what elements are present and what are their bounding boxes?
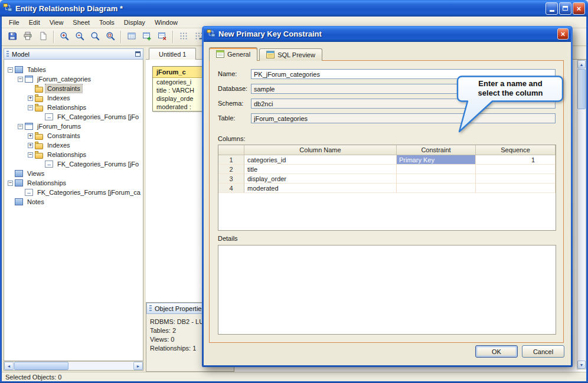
- constraint-cell[interactable]: [397, 174, 476, 184]
- schema-input[interactable]: [251, 99, 556, 109]
- constraint-cell-selected[interactable]: Primary Key: [397, 155, 476, 165]
- scroll-right-icon[interactable]: ►: [133, 362, 143, 370]
- details-label: Details: [218, 235, 238, 242]
- sequence-cell[interactable]: 1: [476, 155, 556, 165]
- folder-icon: [35, 153, 43, 159]
- grid-header-sequence[interactable]: Sequence: [476, 145, 556, 155]
- sequence-cell[interactable]: [476, 174, 556, 184]
- menu-display[interactable]: Display: [119, 17, 150, 28]
- collapse-icon[interactable]: [8, 67, 13, 73]
- tree-item-relationships[interactable]: Relationships: [4, 103, 143, 112]
- tree-item-relationships[interactable]: Relationships: [4, 150, 143, 159]
- scroll-down-icon[interactable]: ▼: [577, 361, 586, 369]
- table-delete-button[interactable]: [155, 30, 169, 44]
- scroll-thumb[interactable]: [577, 69, 586, 109]
- table-icon: [127, 31, 136, 42]
- grid-header-constraint[interactable]: Constraint: [397, 145, 476, 155]
- menu-window[interactable]: Window: [150, 17, 182, 28]
- minimize-button[interactable]: [545, 2, 558, 15]
- tree-item-jforum-forums[interactable]: jForum_forums: [4, 122, 143, 131]
- sequence-cell[interactable]: [476, 184, 556, 193]
- grid-dots-button[interactable]: [176, 30, 191, 44]
- tree-item-tables[interactable]: Tables: [4, 65, 143, 74]
- name-label: Name:: [218, 70, 237, 77]
- column-name-cell[interactable]: display_order: [244, 174, 397, 184]
- database-label: Database:: [218, 85, 247, 92]
- table-button[interactable]: [124, 30, 139, 44]
- tree-item-notes[interactable]: Notes: [4, 197, 143, 207]
- column-name-cell[interactable]: moderated: [244, 184, 397, 193]
- ok-button[interactable]: OK: [475, 345, 518, 358]
- zoom-actual-button[interactable]: [87, 30, 102, 44]
- grid-row-1: 1 categories_id Primary Key 1: [218, 155, 556, 165]
- general-tab-icon: [216, 50, 224, 59]
- tree-item-indexes[interactable]: Indexes: [4, 93, 143, 103]
- collapse-icon[interactable]: [8, 181, 13, 186]
- dialog-close-button[interactable]: ×: [557, 28, 569, 40]
- spacer: [28, 86, 33, 91]
- menu-file[interactable]: File: [4, 17, 24, 28]
- tree-item-fk[interactable]: FK_Categories_Forums [jFo: [4, 112, 143, 122]
- constraint-cell[interactable]: [397, 184, 476, 193]
- grid-header-column-name[interactable]: Column Name: [244, 145, 397, 155]
- sequence-cell[interactable]: [476, 165, 556, 174]
- zoom-fit-icon: [106, 31, 115, 42]
- tree-item-fk[interactable]: FK_Categories_Forums [jFo: [4, 159, 143, 169]
- scroll-up-icon[interactable]: ▲: [577, 60, 586, 68]
- grid-row-4: 4 moderated: [218, 184, 556, 193]
- table-icon: [25, 123, 33, 130]
- folder-icon: [35, 96, 43, 102]
- tab-untitled-1[interactable]: Untitled 1: [149, 48, 196, 60]
- constraint-cell[interactable]: [397, 165, 476, 174]
- tree-item-relationships-root[interactable]: Relationships: [4, 178, 143, 188]
- menu-view[interactable]: View: [45, 17, 68, 28]
- scroll-left-icon[interactable]: ◄: [4, 362, 14, 370]
- collapse-icon[interactable]: [28, 152, 33, 158]
- scroll-thumb[interactable]: [14, 362, 68, 370]
- collapse-icon[interactable]: [18, 124, 23, 129]
- column-name-cell[interactable]: title: [244, 165, 397, 174]
- name-input[interactable]: [251, 69, 556, 79]
- tree-item-fk[interactable]: FK_Categories_Forums [jForum_ca: [4, 188, 143, 197]
- menu-edit[interactable]: Edit: [24, 17, 45, 28]
- tree-item-views[interactable]: Views: [4, 169, 143, 178]
- tree-item-jforum-categories[interactable]: jForum_categories: [4, 74, 143, 84]
- maximize-button[interactable]: [559, 2, 571, 15]
- new-document-button[interactable]: [35, 30, 50, 44]
- menu-tools[interactable]: Tools: [94, 17, 119, 28]
- main-titlebar[interactable]: Entity Relationship Diagram * ×: [0, 0, 588, 17]
- zoom-out-button[interactable]: [72, 30, 87, 44]
- dialog-titlebar[interactable]: New Primary Key Constraint ×: [204, 26, 571, 42]
- row-number: 4: [218, 184, 244, 193]
- print-button[interactable]: [20, 30, 35, 44]
- model-panel-header[interactable]: Model: [4, 48, 143, 60]
- table-input[interactable]: [251, 113, 556, 123]
- details-box[interactable]: [218, 245, 556, 335]
- collapse-icon[interactable]: [28, 105, 33, 110]
- expand-icon[interactable]: [28, 133, 33, 139]
- zoom-in-button[interactable]: [57, 30, 71, 44]
- columns-grid: Column Name Constraint Sequence 1 catego…: [218, 145, 556, 231]
- tree-item-constraints[interactable]: Constraints: [4, 131, 143, 140]
- table-add-button[interactable]: [139, 30, 154, 44]
- collapse-icon[interactable]: [18, 77, 23, 82]
- close-button[interactable]: ×: [573, 2, 585, 15]
- expand-icon[interactable]: [28, 96, 33, 101]
- general-tab-pane: Name: Database: Schema: Table: Columns: …: [209, 60, 564, 343]
- canvas-vertical-scrollbar[interactable]: ▲ ▼: [577, 60, 586, 369]
- tree-item-indexes[interactable]: Indexes: [4, 140, 143, 150]
- spacer: [38, 114, 43, 120]
- tree-item-constraints[interactable]: Constraints: [4, 84, 143, 93]
- cancel-button[interactable]: Cancel: [522, 345, 564, 358]
- zoom-fit-button[interactable]: [103, 30, 117, 44]
- column-name-cell[interactable]: categories_id: [244, 155, 397, 165]
- expand-icon[interactable]: [28, 143, 33, 148]
- tab-general[interactable]: General: [209, 47, 257, 61]
- database-input[interactable]: [251, 84, 556, 94]
- save-button[interactable]: [5, 30, 19, 44]
- tab-sql-preview[interactable]: SQL Preview: [259, 48, 322, 61]
- grid-row-2: 2 title: [218, 165, 556, 174]
- panel-float-icon[interactable]: [135, 51, 141, 57]
- menu-sheet[interactable]: Sheet: [68, 17, 94, 28]
- model-horizontal-scrollbar[interactable]: ◄ ►: [4, 361, 143, 371]
